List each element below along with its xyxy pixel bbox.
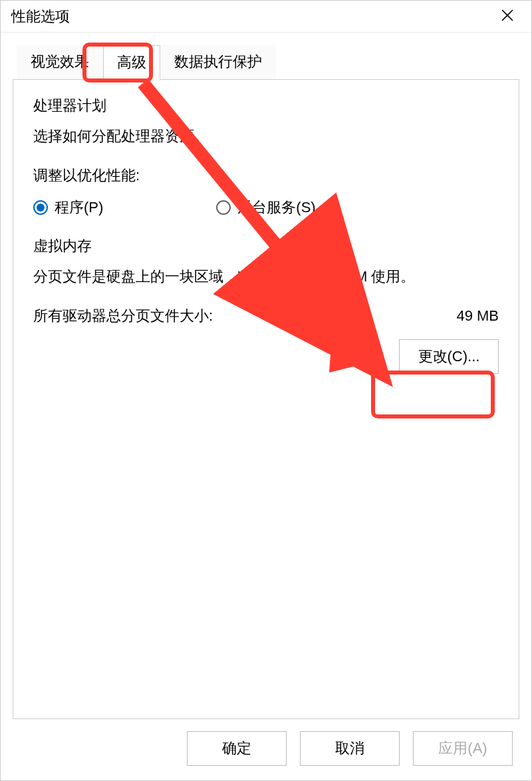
virtual-memory-group: 虚拟内存 分页文件是硬盘上的一块区域，Windows 当作 RAM 使用。 所有… <box>31 236 501 374</box>
radio-icon <box>33 200 48 215</box>
processor-scheduling-group: 处理器计划 选择如何分配处理器资源。 调整以优化性能: 程序(P) 后台服务(S… <box>31 96 501 218</box>
close-icon <box>501 8 513 25</box>
ok-button[interactable]: 确定 <box>187 731 287 766</box>
tab-advanced[interactable]: 高级 <box>103 45 160 80</box>
change-button[interactable]: 更改(C)... <box>399 339 499 374</box>
performance-options-dialog: 性能选项 视觉效果 高级 数据执行保护 处理器计划 选择如何分配处理器资源。 调… <box>0 0 532 781</box>
virtual-memory-desc: 分页文件是硬盘上的一块区域，Windows 当作 RAM 使用。 <box>33 265 499 287</box>
radio-programs[interactable]: 程序(P) <box>33 198 103 218</box>
virtual-memory-title: 虚拟内存 <box>33 236 92 256</box>
radio-icon <box>216 200 231 215</box>
processor-scheduling-title: 处理器计划 <box>33 96 106 116</box>
close-button[interactable] <box>494 3 521 30</box>
change-row: 更改(C)... <box>33 339 499 374</box>
tab-strip: 视觉效果 高级 数据执行保护 <box>17 45 519 79</box>
tab-visual-effects[interactable]: 视觉效果 <box>17 45 103 79</box>
apply-button: 应用(A) <box>413 731 513 766</box>
processor-scheduling-desc: 选择如何分配处理器资源。 <box>33 125 499 147</box>
radio-programs-label: 程序(P) <box>55 198 103 218</box>
vm-total-value: 49 MB <box>456 307 499 325</box>
dialog-footer: 确定 取消 应用(A) <box>1 719 531 780</box>
titlebar: 性能选项 <box>1 1 531 33</box>
cancel-button[interactable]: 取消 <box>300 731 400 766</box>
tab-panel-advanced: 处理器计划 选择如何分配处理器资源。 调整以优化性能: 程序(P) 后台服务(S… <box>13 79 519 719</box>
radio-services-label: 后台服务(S) <box>237 198 315 218</box>
tab-data-execution-prevention[interactable]: 数据执行保护 <box>160 45 276 79</box>
processor-radio-row: 程序(P) 后台服务(S) <box>33 198 499 218</box>
adjust-label: 调整以优化性能: <box>33 166 499 186</box>
radio-background-services[interactable]: 后台服务(S) <box>216 198 315 218</box>
vm-total-label: 所有驱动器总分页文件大小: <box>33 306 213 326</box>
virtual-memory-total-row: 所有驱动器总分页文件大小: 49 MB <box>33 306 499 326</box>
content-area: 视觉效果 高级 数据执行保护 处理器计划 选择如何分配处理器资源。 调整以优化性… <box>1 33 531 719</box>
dialog-title: 性能选项 <box>11 7 494 27</box>
